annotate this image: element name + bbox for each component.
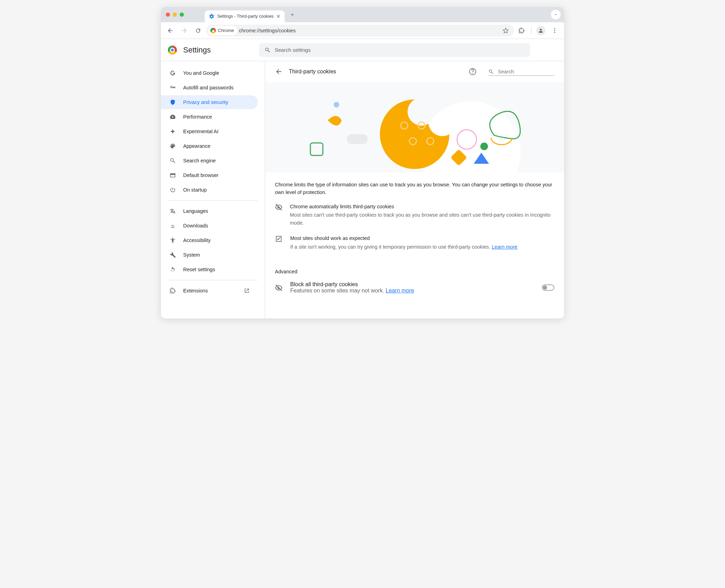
chrome-logo-icon	[168, 46, 177, 55]
info-row-works: Most sites should work as expected If a …	[275, 229, 554, 253]
google-g-icon	[169, 70, 176, 76]
settings-sidebar: You and Google Autofill and passwords Pr…	[161, 61, 265, 319]
sidebar-item-label: Autofill and passwords	[183, 85, 234, 90]
nav-back-button[interactable]	[164, 25, 176, 37]
svg-point-8	[334, 102, 339, 107]
sidebar-item-label: System	[183, 252, 200, 258]
wrench-icon	[169, 252, 176, 258]
browser-tab[interactable]: Settings - Third-party cookies ✕	[205, 10, 285, 22]
sidebar-item-downloads[interactable]: Downloads	[161, 219, 258, 233]
sidebar-item-label: Accessibility	[183, 237, 211, 243]
sidebar-item-autofill[interactable]: Autofill and passwords	[161, 81, 258, 95]
bookmark-button[interactable]	[500, 27, 512, 34]
browser-toolbar: Chrome chrome://settings/cookies	[161, 22, 564, 39]
sidebar-item-system[interactable]: System	[161, 248, 258, 262]
sidebar-item-privacy-security[interactable]: Privacy and security	[161, 95, 258, 109]
sidebar-item-label: Experimental AI	[183, 129, 219, 134]
reload-button[interactable]	[192, 25, 204, 37]
translate-icon	[169, 208, 176, 214]
learn-more-link[interactable]: Learn more	[386, 288, 414, 293]
help-icon	[469, 68, 476, 75]
sidebar-item-on-startup[interactable]: On startup	[161, 183, 258, 197]
info-desc: Most sites can't use third-party cookies…	[290, 211, 554, 227]
settings-body: You and Google Autofill and passwords Pr…	[161, 61, 564, 319]
chevron-down-icon	[554, 13, 558, 17]
profile-button[interactable]	[535, 25, 547, 37]
content-header: Third-party cookies	[265, 61, 564, 82]
extensions-button[interactable]	[516, 25, 528, 37]
settings-header: Settings Search settings	[161, 39, 564, 61]
sidebar-item-accessibility[interactable]: Accessibility	[161, 233, 258, 247]
window-controls	[166, 13, 184, 17]
sidebar-item-label: Languages	[183, 208, 208, 214]
minimize-window-button[interactable]	[173, 13, 177, 17]
site-identity-label: Chrome	[218, 28, 234, 33]
eye-off-icon	[275, 203, 284, 227]
arrow-left-icon	[167, 27, 174, 34]
info-title: Most sites should work as expected	[290, 234, 518, 242]
sidebar-item-default-browser[interactable]: Default browser	[161, 168, 258, 182]
toggle-title: Block all third-party cookies	[290, 281, 536, 288]
site-identity-chip[interactable]: Chrome	[208, 26, 237, 35]
toggle-desc: Features on some sites may not work. Lea…	[290, 288, 536, 294]
checkbox-icon	[275, 234, 284, 251]
external-link-icon	[244, 288, 250, 293]
person-icon	[538, 28, 544, 33]
info-desc: If a site isn't working, you can try giv…	[290, 243, 518, 251]
sidebar-item-you-and-google[interactable]: You and Google	[161, 66, 258, 80]
page-back-button[interactable]	[275, 68, 283, 75]
nav-forward-button[interactable]	[178, 25, 190, 37]
browser-menu-button[interactable]	[549, 25, 561, 37]
sidebar-item-label: Appearance	[183, 143, 210, 149]
sidebar-item-label: You and Google	[183, 70, 219, 76]
reload-icon	[195, 27, 201, 34]
sidebar-item-extensions[interactable]: Extensions	[161, 284, 258, 298]
accessibility-icon	[169, 237, 176, 243]
sidebar-item-search-engine[interactable]: Search engine	[161, 154, 258, 168]
close-window-button[interactable]	[166, 13, 170, 17]
arrow-right-icon	[181, 27, 188, 34]
learn-more-link[interactable]: Learn more	[492, 244, 518, 250]
profile-avatar	[536, 26, 545, 35]
svg-point-0	[554, 28, 555, 29]
sidebar-item-languages[interactable]: Languages	[161, 204, 258, 218]
titlebar: Settings - Third-party cookies ✕ ＋	[161, 7, 564, 22]
maximize-window-button[interactable]	[180, 13, 184, 17]
cookies-illustration	[265, 82, 564, 172]
chrome-icon	[210, 28, 216, 33]
search-icon	[169, 158, 176, 164]
browser-window-icon	[169, 172, 176, 178]
search-icon	[488, 69, 494, 75]
sidebar-item-label: Privacy and security	[183, 99, 228, 105]
search-icon	[264, 47, 271, 53]
reset-icon	[169, 266, 176, 273]
help-button[interactable]	[469, 68, 476, 75]
lead-text: Chrome limits the type of information si…	[275, 181, 554, 196]
sidebar-item-performance[interactable]: Performance	[161, 110, 258, 124]
sparkle-icon	[169, 128, 176, 135]
block-all-toggle[interactable]	[542, 284, 554, 291]
address-bar[interactable]: Chrome chrome://settings/cookies	[206, 25, 514, 37]
sidebar-divider	[168, 200, 258, 201]
new-tab-button[interactable]: ＋	[287, 10, 297, 19]
sidebar-item-experimental-ai[interactable]: Experimental AI	[161, 124, 258, 138]
hero-illustration	[265, 82, 564, 172]
page-search[interactable]	[488, 68, 554, 76]
shield-icon	[169, 99, 176, 105]
close-tab-icon[interactable]: ✕	[276, 14, 280, 19]
page-search-input[interactable]	[497, 69, 554, 75]
app-title: Settings	[183, 46, 211, 55]
browser-window: Settings - Third-party cookies ✕ ＋ Chrom…	[161, 7, 564, 319]
sidebar-item-reset[interactable]: Reset settings	[161, 263, 258, 276]
sidebar-item-appearance[interactable]: Appearance	[161, 139, 258, 153]
info-row-limits: Chrome automatically limits third-party …	[275, 198, 554, 229]
search-settings-input[interactable]: Search settings	[259, 43, 530, 57]
kebab-icon	[552, 27, 558, 34]
power-icon	[169, 187, 176, 193]
sidebar-item-label: Extensions	[183, 288, 208, 293]
settings-content: Third-party cookies	[265, 61, 564, 319]
tab-overflow-button[interactable]	[551, 10, 561, 19]
svg-point-2	[554, 32, 555, 33]
tab-title: Settings - Third-party cookies	[217, 14, 274, 19]
arrow-left-icon	[275, 68, 283, 75]
